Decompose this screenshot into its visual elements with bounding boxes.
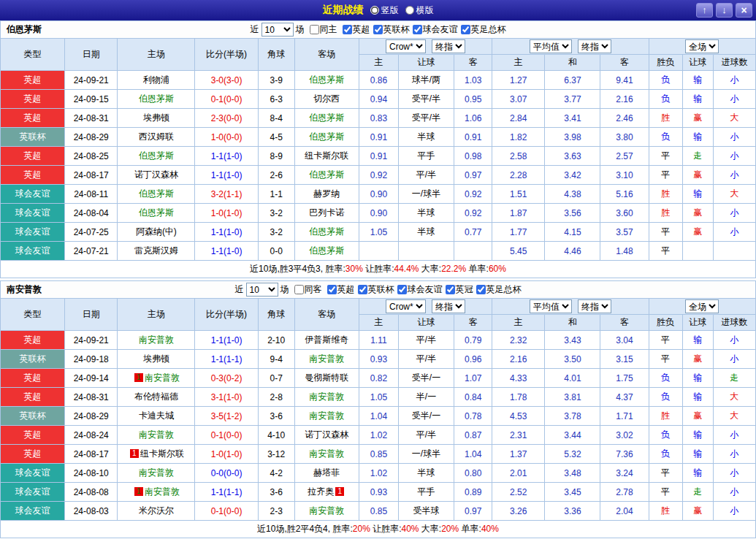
match-score[interactable]: 1-1(1-0) bbox=[195, 166, 258, 185]
match-score[interactable]: 3-2(1-1) bbox=[195, 185, 258, 204]
home-team[interactable]: 伯恩茅斯 bbox=[118, 204, 195, 223]
match-score[interactable]: 3-5(1-2) bbox=[195, 407, 258, 426]
match-score[interactable]: 0-3(0-2) bbox=[195, 369, 258, 388]
away-team[interactable]: 伯恩茅斯 bbox=[294, 128, 359, 147]
away-team[interactable]: 巴列卡诺 bbox=[294, 204, 359, 223]
away-team[interactable]: 曼彻斯特联 bbox=[294, 369, 359, 388]
avg-stage-select[interactable]: 终指 bbox=[578, 299, 611, 313]
odds-company-select[interactable]: Crow* bbox=[386, 39, 426, 53]
match-score[interactable]: 1-1(1-0) bbox=[195, 331, 258, 350]
league-filter[interactable]: 英足总杯 bbox=[461, 23, 506, 36]
match-score[interactable]: 0-0(0-0) bbox=[195, 464, 258, 483]
match-score[interactable]: 1-1(1-0) bbox=[195, 223, 258, 242]
away-team[interactable]: 南安普敦 bbox=[294, 350, 359, 369]
match-score[interactable]: 1-1(1-0) bbox=[195, 147, 258, 166]
match-score[interactable]: 1-0(0-0) bbox=[195, 128, 258, 147]
home-team[interactable]: 布伦特福德 bbox=[118, 388, 195, 407]
league-checkbox[interactable] bbox=[476, 285, 486, 294]
league-filter[interactable]: 球会友谊 bbox=[397, 283, 443, 296]
vertical-radio-input[interactable] bbox=[370, 6, 379, 15]
match-score[interactable]: 0-1(0-0) bbox=[195, 426, 258, 445]
home-team[interactable]: 雷克斯汉姆 bbox=[118, 242, 195, 261]
home-team[interactable]: 西汉姆联 bbox=[118, 128, 195, 147]
away-team[interactable]: 切尔西 bbox=[294, 90, 359, 109]
away-team[interactable]: 伊普斯维奇 bbox=[294, 331, 359, 350]
home-team[interactable]: 1纽卡斯尔联 bbox=[118, 445, 195, 464]
match-score[interactable]: 1-1(1-1) bbox=[195, 483, 258, 502]
home-team[interactable]: 伯恩茅斯 bbox=[118, 185, 195, 204]
away-team[interactable]: 南安普敦 bbox=[294, 445, 359, 464]
league-checkbox[interactable] bbox=[358, 285, 367, 294]
match-score[interactable]: 0-1(0-0) bbox=[195, 502, 258, 521]
match-score[interactable]: 1-1(1-0) bbox=[195, 242, 258, 261]
horizontal-radio-input[interactable] bbox=[405, 6, 414, 15]
scope-select[interactable]: 全场 bbox=[685, 39, 719, 53]
home-team[interactable]: 南安普敦 bbox=[118, 331, 195, 350]
league-checkbox[interactable] bbox=[373, 25, 383, 34]
avg-source-select[interactable]: 平均值 bbox=[530, 39, 572, 53]
same-venue-filter[interactable]: 同主 bbox=[310, 23, 337, 36]
move-up-button[interactable]: ↑ bbox=[696, 3, 713, 18]
league-checkbox[interactable] bbox=[327, 285, 337, 294]
league-filter[interactable]: 英超 bbox=[327, 283, 355, 296]
avg-source-select[interactable]: 平均值 bbox=[530, 299, 572, 313]
away-team[interactable]: 南安普敦 bbox=[294, 388, 359, 407]
layout-radio-vertical[interactable]: 竖版 bbox=[370, 4, 399, 17]
home-team[interactable]: 伯恩茅斯 bbox=[118, 147, 195, 166]
recent-count-select[interactable]: 10 bbox=[246, 283, 278, 297]
match-score[interactable]: 0-1(0-0) bbox=[195, 90, 258, 109]
home-team[interactable]: 1南安普敦 bbox=[118, 483, 195, 502]
away-team[interactable]: 伯恩茅斯 bbox=[294, 166, 359, 185]
home-team[interactable]: 米尔沃尔 bbox=[118, 502, 195, 521]
home-team[interactable]: 南安普敦 bbox=[118, 464, 195, 483]
league-filter[interactable]: 英联杯 bbox=[373, 23, 410, 36]
away-team[interactable]: 伯恩茅斯 bbox=[294, 109, 359, 128]
match-score[interactable]: 2-3(0-0) bbox=[195, 109, 258, 128]
away-team[interactable]: 南安普敦 bbox=[294, 502, 359, 521]
match-score[interactable]: 3-1(1-0) bbox=[195, 388, 258, 407]
match-score[interactable]: 3-0(3-0) bbox=[195, 71, 258, 90]
league-filter[interactable]: 英足总杯 bbox=[476, 283, 522, 296]
away-team[interactable]: 伯恩茅斯 bbox=[294, 223, 359, 242]
match-score[interactable]: 1-1(1-1) bbox=[195, 350, 258, 369]
home-team[interactable]: 利物浦 bbox=[118, 71, 195, 90]
league-filter[interactable]: 球会友谊 bbox=[413, 23, 458, 36]
scope-select[interactable]: 全场 bbox=[685, 299, 719, 313]
away-team[interactable]: 伯恩茅斯 bbox=[294, 242, 359, 261]
match-score[interactable]: 1-0(1-0) bbox=[195, 204, 258, 223]
home-team[interactable]: 阿森纳(中) bbox=[118, 223, 195, 242]
league-filter[interactable]: 英超 bbox=[343, 23, 370, 36]
home-team[interactable]: 南安普敦 bbox=[118, 426, 195, 445]
away-team[interactable]: 赫罗纳 bbox=[294, 185, 359, 204]
league-filter[interactable]: 英冠 bbox=[446, 283, 473, 296]
league-checkbox[interactable] bbox=[397, 285, 407, 294]
match-score[interactable]: 1-0(1-0) bbox=[195, 445, 258, 464]
away-team[interactable]: 南安普敦 bbox=[294, 407, 359, 426]
home-team[interactable]: 埃弗顿 bbox=[118, 350, 195, 369]
odds-stage-select[interactable]: 终指 bbox=[432, 39, 465, 53]
league-checkbox[interactable] bbox=[343, 25, 352, 34]
away-team[interactable]: 伯恩茅斯 bbox=[294, 71, 359, 90]
league-checkbox[interactable] bbox=[413, 25, 422, 34]
move-down-button[interactable]: ↓ bbox=[716, 3, 733, 18]
recent-count-select[interactable]: 10 bbox=[261, 23, 294, 37]
league-checkbox[interactable] bbox=[461, 25, 470, 34]
home-team[interactable]: 伯恩茅斯 bbox=[118, 90, 195, 109]
close-button[interactable]: × bbox=[736, 3, 752, 18]
same-venue-checkbox[interactable] bbox=[294, 285, 304, 294]
league-checkbox[interactable] bbox=[446, 285, 455, 294]
away-team[interactable]: 纽卡斯尔联 bbox=[294, 147, 359, 166]
away-team[interactable]: 赫塔菲 bbox=[294, 464, 359, 483]
home-team[interactable]: 埃弗顿 bbox=[118, 109, 195, 128]
odds-stage-select[interactable]: 终指 bbox=[432, 299, 465, 313]
home-team[interactable]: 诺丁汉森林 bbox=[118, 166, 195, 185]
same-venue-checkbox[interactable] bbox=[310, 25, 319, 34]
layout-radio-horizontal[interactable]: 横版 bbox=[405, 4, 434, 17]
league-filter[interactable]: 英联杯 bbox=[358, 283, 394, 296]
avg-stage-select[interactable]: 终指 bbox=[578, 39, 611, 53]
away-team[interactable]: 诺丁汉森林 bbox=[294, 426, 359, 445]
home-team[interactable]: 1南安普敦 bbox=[118, 369, 195, 388]
away-team[interactable]: 拉齐奥1 bbox=[294, 483, 359, 502]
same-venue-filter[interactable]: 同客 bbox=[294, 283, 322, 296]
home-team[interactable]: 卡迪夫城 bbox=[118, 407, 195, 426]
